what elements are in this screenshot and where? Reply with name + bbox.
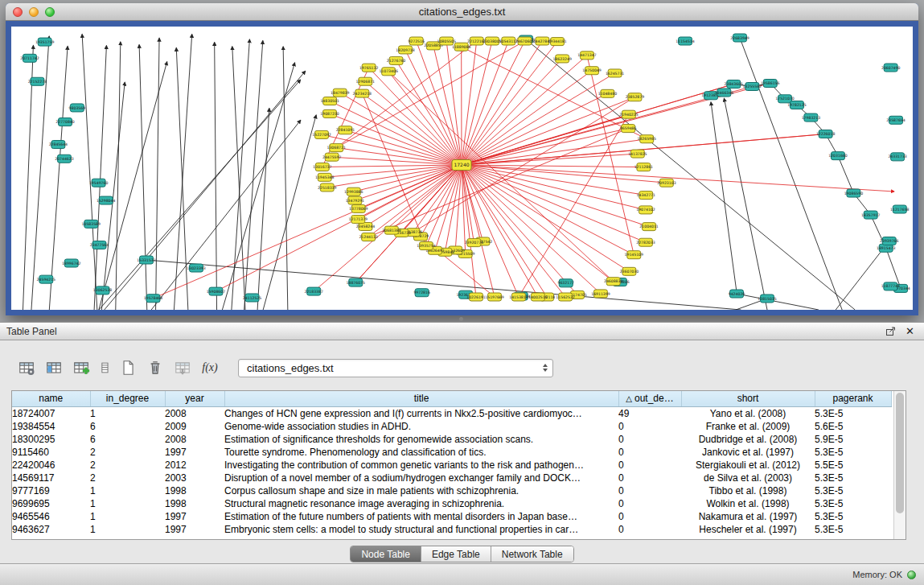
cell-year[interactable]: 2012 [165, 459, 224, 472]
column-header-in_degree[interactable]: in_degree [90, 391, 165, 406]
row-height-button[interactable] [97, 357, 113, 378]
cell-name[interactable]: 18724007 [12, 406, 90, 420]
cell-name[interactable]: 22420046 [12, 459, 90, 472]
table-vertical-scrollbar[interactable] [893, 391, 906, 539]
cell-out_degree[interactable]: 0 [618, 472, 681, 484]
zoom-window-button[interactable] [45, 7, 55, 17]
column-header-name[interactable]: name [12, 391, 90, 406]
network-window-titlebar[interactable]: citations_edges.txt [6, 3, 918, 21]
table-row[interactable]: 1938455462009Genome-wide association stu… [12, 420, 891, 433]
cell-year[interactable]: 2003 [165, 472, 224, 484]
table-row[interactable]: 969969511998Structural magnetic resonanc… [12, 497, 891, 510]
cell-name[interactable]: 9777169 [12, 484, 90, 497]
table-mode-button[interactable] [14, 357, 39, 378]
cell-year[interactable]: 1997 [165, 510, 224, 523]
cell-short[interactable]: Franke et al. (2009) [681, 420, 815, 433]
tab-node-table[interactable]: Node Table [351, 546, 421, 562]
cell-pagerank[interactable]: 5.3E-5 [815, 406, 891, 420]
cell-pagerank[interactable]: 5.3E-5 [815, 484, 891, 497]
cell-title[interactable]: Disruption of a novel member of a sodium… [224, 472, 618, 484]
column-header-pagerank[interactable]: pagerank [815, 391, 891, 406]
new-table-button[interactable] [116, 357, 140, 378]
panel-splitter-handle[interactable] [459, 317, 463, 321]
cell-in_degree[interactable]: 1 [90, 497, 165, 510]
create-column-button[interactable] [69, 357, 93, 378]
cell-in_degree[interactable]: 6 [90, 420, 165, 433]
cell-in_degree[interactable]: 2 [90, 446, 165, 459]
cell-out_degree[interactable]: 0 [618, 459, 681, 472]
cell-name[interactable]: 14569117 [12, 472, 90, 484]
cell-title[interactable]: Embryonic stem cells: a model to study s… [224, 523, 618, 536]
column-header-title[interactable]: title [224, 391, 618, 406]
scrollbar-thumb[interactable] [896, 393, 904, 513]
close-panel-button[interactable]: ✕ [906, 326, 914, 336]
table-row[interactable]: 1456911722003Disruption of a novel membe… [12, 472, 891, 484]
cell-in_degree[interactable]: 1 [90, 510, 165, 523]
cell-out_degree[interactable]: 0 [618, 510, 681, 523]
cell-name[interactable]: 18300295 [12, 433, 90, 446]
cell-pagerank[interactable]: 5.3E-5 [815, 510, 891, 523]
tab-edge-table[interactable]: Edge Table [421, 546, 491, 562]
cell-short[interactable]: Wolkin et al. (1998) [681, 497, 815, 510]
import-table-button[interactable] [170, 357, 195, 378]
cell-title[interactable]: Estimation of significance thresholds fo… [224, 433, 618, 446]
function-builder-button[interactable]: f(x) [198, 357, 222, 378]
table-row[interactable]: 911546021997Tourette syndrome. Phenomeno… [12, 446, 891, 459]
column-header-out_degree[interactable]: △out_de… [618, 391, 681, 406]
cell-in_degree[interactable]: 2 [90, 472, 165, 484]
cell-year[interactable]: 1997 [165, 446, 224, 459]
table-row[interactable]: 977716911998Corpus callosum shape and si… [12, 484, 891, 497]
cell-short[interactable]: Yano et al. (2008) [681, 406, 815, 420]
cell-short[interactable]: Jankovic et al. (1997) [681, 446, 815, 459]
cell-pagerank[interactable]: 5.3E-5 [815, 523, 891, 536]
cell-pagerank[interactable]: 5.3E-5 [815, 472, 891, 484]
cell-year[interactable]: 1998 [165, 497, 224, 510]
show-columns-button[interactable] [42, 357, 66, 378]
cell-name[interactable]: 9465546 [12, 510, 90, 523]
cell-name[interactable]: 9699695 [12, 497, 90, 510]
cell-out_degree[interactable]: 0 [618, 497, 681, 510]
cell-pagerank[interactable]: 5.9E-5 [815, 433, 891, 446]
cell-in_degree[interactable]: 1 [90, 484, 165, 497]
column-header-year[interactable]: year [165, 391, 224, 406]
cell-title[interactable]: Investigating the contribution of common… [224, 459, 618, 472]
table-row[interactable]: 2242004622012Investigating the contribut… [12, 459, 891, 472]
cell-short[interactable]: Nakamura et al. (1997) [681, 510, 815, 523]
cell-out_degree[interactable]: 0 [618, 484, 681, 497]
cell-year[interactable]: 1997 [165, 523, 224, 536]
table-row[interactable]: 946362711997Embryonic stem cells: a mode… [12, 523, 891, 536]
cell-short[interactable]: Stergiakouli et al. (2012) [681, 459, 815, 472]
cell-short[interactable]: de Silva et al. (2003) [681, 472, 815, 484]
minimize-window-button[interactable] [29, 7, 39, 17]
cell-title[interactable]: Changes of HCN gene expression and I(f) … [224, 406, 618, 420]
cell-year[interactable]: 2009 [165, 420, 224, 433]
network-canvas[interactable]: 1935175920711742221522789803569227708402… [11, 27, 913, 310]
cell-in_degree[interactable]: 1 [90, 523, 165, 536]
cell-out_degree[interactable]: 0 [618, 433, 681, 446]
cell-pagerank[interactable]: 5.6E-5 [815, 420, 891, 433]
cell-name[interactable]: 9115460 [12, 446, 90, 459]
cell-year[interactable]: 2008 [165, 433, 224, 446]
cell-year[interactable]: 1998 [165, 484, 224, 497]
cell-year[interactable]: 2008 [165, 406, 224, 420]
cell-in_degree[interactable]: 2 [90, 459, 165, 472]
cell-short[interactable]: Tibbo et al. (1998) [681, 484, 815, 497]
table-row[interactable]: 1830029562008Estimation of significance … [12, 433, 891, 446]
table-row[interactable]: 946554611997Estimation of the future num… [12, 510, 891, 523]
cell-name[interactable]: 9463627 [12, 523, 90, 536]
cell-out_degree[interactable]: 49 [618, 406, 681, 420]
tab-network-table[interactable]: Network Table [491, 546, 573, 562]
column-header-short[interactable]: short [681, 391, 815, 406]
cell-title[interactable]: Tourette syndrome. Phenomenology and cla… [224, 446, 618, 459]
float-panel-button[interactable] [885, 327, 896, 336]
table-selector-dropdown[interactable]: citations_edges.txt [238, 359, 553, 377]
cell-in_degree[interactable]: 6 [90, 433, 165, 446]
memory-status-indicator[interactable] [907, 571, 916, 579]
cell-title[interactable]: Genome-wide association studies in ADHD. [224, 420, 618, 433]
close-window-button[interactable] [13, 7, 23, 17]
cell-pagerank[interactable]: 5.3E-5 [815, 446, 891, 459]
cell-short[interactable]: Dudbridge et al. (2008) [681, 433, 815, 446]
cell-out_degree[interactable]: 0 [618, 446, 681, 459]
cell-in_degree[interactable]: 1 [90, 406, 165, 420]
cell-name[interactable]: 19384554 [12, 420, 90, 433]
